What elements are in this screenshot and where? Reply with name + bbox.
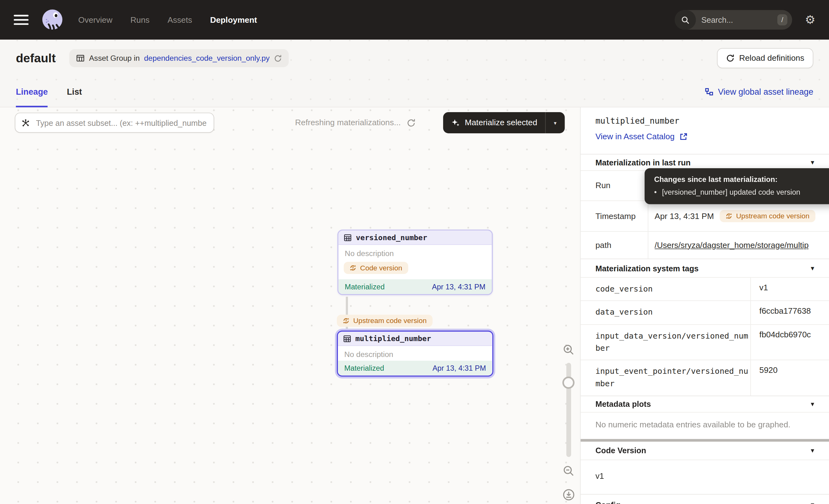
nav-item-deployment[interactable]: Deployment	[210, 15, 257, 25]
tabs-row: Lineage List View global asset lineage	[0, 77, 829, 107]
asset-node-multiplied-number[interactable]: multiplied_number No description Materia…	[337, 330, 494, 376]
lineage-canvas[interactable]: Refreshing materializations... Materiali…	[0, 107, 580, 504]
asset-node-description: No description	[338, 346, 492, 361]
materialization-time: Apr 13, 4:31 PM	[433, 364, 486, 372]
chevron-down-icon[interactable]: ▼	[810, 401, 815, 407]
search-input[interactable]	[696, 15, 777, 24]
metadata-plots-empty-text: No numeric metadata entries available to…	[580, 412, 829, 439]
asset-group-badge: Asset Group in dependencies_code_version…	[69, 49, 289, 67]
chevron-down-icon[interactable]: ▼	[810, 447, 815, 454]
external-link-icon	[679, 132, 687, 140]
zoom-in-icon[interactable]	[563, 344, 575, 356]
status-badge: Materialized	[344, 364, 384, 372]
section-code-version[interactable]: Code Version ▼	[580, 441, 829, 460]
asset-subset-filter[interactable]	[15, 113, 214, 133]
changes-tooltip: Changes since last materialization: • [v…	[645, 168, 829, 204]
zoom-out-icon[interactable]	[563, 465, 575, 477]
reload-definitions-button[interactable]: Reload definitions	[717, 48, 813, 69]
tag-value: v1	[751, 278, 829, 300]
sidebar-horizontal-scrollbar[interactable]	[580, 439, 829, 441]
timestamp-row: Timestamp Apr 13, 4:31 PM Upstream code …	[580, 201, 829, 231]
tooltip-item: [versioned_number] updated code version	[662, 188, 800, 196]
asset-node-description: No description	[338, 245, 492, 260]
table-row: input_data_version/versioned_number fb04…	[580, 324, 829, 360]
search-shortcut-badge: /	[777, 14, 787, 26]
chevron-down-icon[interactable]: ▼	[810, 265, 815, 271]
tag-value: fb04dcb6970c	[751, 325, 829, 360]
asset-node-name: multiplied_number	[355, 334, 431, 343]
path-label: path	[580, 232, 648, 259]
asset-node-name: versioned_number	[356, 233, 427, 242]
code-version-badge[interactable]: Code version	[344, 262, 408, 274]
asset-group-file-link[interactable]: dependencies_code_version_only.py	[144, 54, 269, 62]
gear-icon[interactable]: ⚙	[805, 14, 816, 26]
app-window: Overview Runs Assets Deployment / ⚙ defa…	[0, 0, 829, 504]
page-title: default	[16, 51, 56, 65]
dagster-logo-icon[interactable]	[40, 8, 65, 32]
timestamp-value: Apr 13, 4:31 PM	[655, 211, 714, 221]
table-row: code_version v1	[580, 277, 829, 300]
materialize-selected-button[interactable]: Materialize selected ▾	[443, 112, 565, 133]
chevron-down-icon[interactable]: ▼	[810, 502, 815, 504]
refreshing-status: Refreshing materializations...	[295, 113, 416, 133]
tag-key: input_data_version/versioned_number	[580, 325, 751, 360]
tag-key: code_version	[580, 278, 751, 300]
tag-key: data_version	[580, 301, 751, 324]
section-system-tags[interactable]: Materialization system tags ▼	[580, 258, 829, 277]
upstream-code-version-badge[interactable]: Upstream code version	[337, 315, 433, 327]
nav-links: Overview Runs Assets Deployment	[78, 15, 257, 25]
sidebar-asset-title: multiplied_number	[596, 116, 814, 126]
path-row: path /Users/sryza/dagster_home/storage/m…	[580, 231, 829, 258]
code-version-value: v1	[580, 460, 829, 494]
nav-item-overview[interactable]: Overview	[78, 15, 112, 25]
table-icon	[343, 334, 351, 342]
section-materialization-last-run[interactable]: Materialization in last run ▼	[580, 154, 829, 170]
asset-group-prefix: Asset Group in	[89, 54, 140, 62]
materialize-dropdown-caret[interactable]: ▾	[545, 112, 565, 133]
timestamp-label: Timestamp	[580, 201, 648, 231]
tag-value: 5920	[751, 360, 829, 395]
tooltip-title: Changes since last materialization:	[654, 175, 829, 183]
top-nav: Overview Runs Assets Deployment / ⚙	[0, 0, 829, 40]
refresh-icon[interactable]	[274, 54, 282, 62]
tag-value: f6ccba177638	[751, 301, 829, 324]
section-config[interactable]: Config ▼	[580, 494, 829, 504]
zoom-slider-handle[interactable]	[563, 376, 575, 389]
reload-icon	[726, 54, 734, 62]
asset-subset-input[interactable]	[35, 118, 208, 128]
hamburger-menu-icon[interactable]	[14, 15, 29, 25]
graph-asterisk-icon	[21, 118, 30, 128]
sparkle-icon	[451, 118, 460, 128]
nav-item-runs[interactable]: Runs	[131, 15, 149, 25]
table-row: data_version f6ccba177638	[580, 300, 829, 324]
refresh-icon[interactable]	[407, 118, 416, 128]
tab-list[interactable]: List	[67, 77, 82, 107]
canvas-zoom-controls	[557, 344, 580, 502]
zoom-slider[interactable]	[566, 363, 571, 457]
status-badge: Materialized	[345, 283, 385, 291]
view-global-asset-lineage-link[interactable]: View global asset lineage	[705, 87, 814, 97]
page-header: default Asset Group in dependencies_code…	[0, 40, 829, 77]
table-icon	[76, 54, 85, 62]
tag-key: input_event_pointer/versioned_number	[580, 360, 751, 395]
download-view-icon[interactable]	[562, 488, 575, 501]
table-icon	[344, 233, 352, 242]
tab-lineage[interactable]: Lineage	[16, 77, 48, 107]
asset-detail-sidebar: multiplied_number View in Asset Catalog …	[580, 107, 829, 504]
global-search[interactable]: /	[675, 10, 792, 30]
bullet-icon: •	[654, 188, 656, 196]
nav-item-assets[interactable]: Assets	[168, 15, 192, 25]
asset-node-versioned-number[interactable]: versioned_number No description Code ver…	[337, 229, 493, 295]
search-icon	[675, 10, 696, 30]
path-link[interactable]: /Users/sryza/dagster_home/storage/multip	[655, 241, 808, 250]
chevron-down-icon[interactable]: ▼	[810, 159, 815, 166]
table-row: input_event_pointer/versioned_number 592…	[580, 360, 829, 396]
view-in-asset-catalog-link[interactable]: View in Asset Catalog	[596, 132, 687, 141]
materialization-time: Apr 13, 4:31 PM	[432, 283, 485, 291]
run-label: Run	[580, 171, 648, 200]
section-metadata-plots[interactable]: Metadata plots ▼	[580, 395, 829, 412]
lineage-graph-icon	[705, 87, 713, 96]
upstream-code-version-badge[interactable]: Upstream code version	[720, 210, 815, 222]
